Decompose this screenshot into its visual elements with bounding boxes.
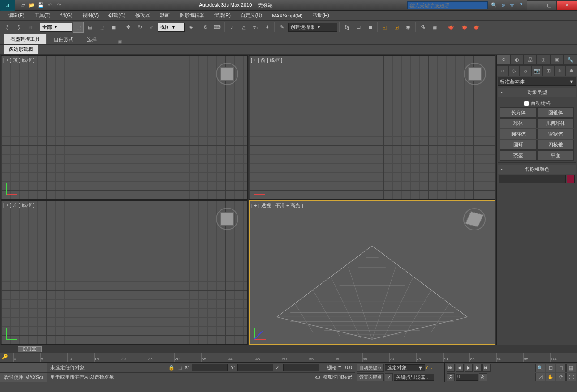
time-ruler[interactable]: 🔑 05101520253035404550556065707580859095…: [0, 353, 577, 362]
time-config-icon[interactable]: ⏱: [479, 373, 487, 381]
color-swatch[interactable]: [567, 175, 575, 183]
close-button[interactable]: ✕: [556, 0, 577, 10]
align-icon[interactable]: ⊟: [353, 22, 364, 33]
move-icon[interactable]: ✥: [123, 22, 133, 33]
selection-set-combo[interactable]: 创建选择集▼: [288, 23, 337, 32]
viewcube-front[interactable]: [464, 63, 486, 85]
obj-geosphere[interactable]: 几何球体: [537, 118, 574, 128]
rollout-header[interactable]: 名称和颜色: [498, 165, 576, 174]
menu-edit[interactable]: 编辑(E): [4, 11, 29, 20]
new-icon[interactable]: ▱: [19, 1, 27, 9]
layers-icon[interactable]: ≣: [365, 22, 375, 33]
render-frame-icon[interactable]: ▦: [429, 22, 440, 33]
rollout-header[interactable]: 对象类型: [498, 88, 576, 97]
systems-icon[interactable]: ✱: [565, 65, 577, 76]
select-icon[interactable]: ⬚: [73, 22, 84, 33]
render-last-icon[interactable]: 🫖: [471, 22, 482, 33]
viewport-label[interactable]: [ + ] 透视 ] 平滑 + 高光 ]: [251, 202, 303, 209]
viewport-perspective[interactable]: [ + ] 透视 ] 平滑 + 高光 ]: [249, 200, 495, 345]
cameras-icon[interactable]: 📷: [531, 65, 543, 76]
viewport-label[interactable]: [ + ] 左 ] 线框 ]: [3, 202, 34, 209]
setkey-key-icon[interactable]: ✓: [385, 373, 393, 381]
viewcube-left[interactable]: [216, 208, 238, 230]
zoom-ext-icon[interactable]: ◻: [556, 364, 566, 372]
ribbon-toggle-icon[interactable]: ▣: [117, 38, 122, 44]
help-search-input[interactable]: [407, 1, 488, 9]
next-frame-icon[interactable]: ▶: [474, 364, 482, 372]
menu-tools[interactable]: 工具(T): [30, 11, 55, 20]
open-icon[interactable]: 📂: [28, 1, 36, 9]
app-icon[interactable]: 3: [0, 0, 15, 11]
orbit-icon[interactable]: ⟳: [556, 373, 566, 381]
snap-icon[interactable]: 3: [227, 22, 237, 33]
obj-teapot[interactable]: 茶壶: [500, 150, 537, 161]
viewport-top[interactable]: [ + ] 顶 ] 线框 ]: [1, 55, 248, 200]
modify-tab-icon[interactable]: ◐: [510, 55, 524, 65]
select-region-icon[interactable]: ⬚: [96, 22, 107, 33]
helpers-icon[interactable]: ⊞: [543, 65, 554, 76]
iso-icon[interactable]: ⬚: [177, 365, 182, 371]
angle-snap-icon[interactable]: △: [238, 22, 249, 33]
comm-icon[interactable]: ⎋: [499, 2, 507, 8]
lights-icon[interactable]: ☼: [520, 65, 531, 76]
time-slider-handle[interactable]: 0 / 100: [18, 346, 42, 352]
obj-tube[interactable]: 管状体: [537, 129, 574, 139]
z-input[interactable]: [283, 364, 319, 371]
lock-icon[interactable]: 🔒: [168, 365, 175, 371]
obj-cylinder[interactable]: 圆柱体: [500, 129, 537, 139]
create-tab-icon[interactable]: ✲: [497, 55, 510, 65]
pan-icon[interactable]: ✋: [546, 373, 555, 381]
bind-icon[interactable]: ≋: [25, 22, 36, 33]
play-icon[interactable]: ▶: [465, 364, 473, 372]
unlink-icon[interactable]: ⟆: [13, 22, 24, 33]
fov-icon[interactable]: ◿: [535, 373, 545, 381]
help-icon[interactable]: ?: [517, 2, 525, 8]
selection-filter-combo[interactable]: 全部▼: [40, 23, 72, 32]
star-icon[interactable]: ☆: [508, 2, 516, 8]
welcome-button[interactable]: 欢迎使用 MAXScr: [0, 373, 47, 383]
menu-view[interactable]: 视图(V): [78, 11, 103, 20]
x-input[interactable]: [192, 364, 228, 371]
prev-frame-icon[interactable]: ◀: [456, 364, 464, 372]
zoom-ext-all-icon[interactable]: ▦: [566, 364, 576, 372]
viewport-left[interactable]: [ + ] 左 ] 线框 ]: [1, 200, 248, 345]
obj-cone[interactable]: 圆锥体: [537, 107, 574, 118]
key-lock-icon[interactable]: 🗝: [426, 364, 432, 371]
y-input[interactable]: [237, 364, 273, 371]
obj-sphere[interactable]: 球体: [500, 118, 537, 128]
frame-input[interactable]: 0: [456, 374, 478, 381]
zoom-all-icon[interactable]: ⊞: [546, 364, 555, 372]
menu-help[interactable]: 帮助(H): [308, 11, 334, 20]
link-icon[interactable]: ⟅: [2, 22, 13, 33]
maximize-vp-icon[interactable]: ⛶: [566, 373, 576, 381]
spacewarps-icon[interactable]: ≋: [554, 65, 566, 76]
viewport-label[interactable]: [ + ] 顶 ] 线框 ]: [3, 57, 34, 64]
mirror-icon[interactable]: ⧎: [341, 22, 352, 33]
utilities-tab-icon[interactable]: 🔧: [564, 55, 577, 65]
maximize-button[interactable]: ▢: [542, 0, 557, 10]
tab-selection[interactable]: 选择: [81, 35, 103, 44]
object-name-input[interactable]: [499, 175, 566, 183]
render-prod-icon[interactable]: 🫖: [444, 22, 458, 33]
obj-pyramid[interactable]: 四棱锥: [537, 140, 574, 150]
autogrid-checkbox[interactable]: [524, 101, 529, 106]
save-icon[interactable]: 💾: [37, 1, 45, 9]
add-marker-label[interactable]: 添加时间标记: [323, 374, 352, 380]
viewcube-top[interactable]: [216, 63, 238, 85]
obj-torus[interactable]: 圆环: [500, 140, 537, 150]
menu-create[interactable]: 创建(C): [104, 11, 129, 20]
mini-listener[interactable]: [0, 363, 47, 373]
binoculars-icon[interactable]: 🔍: [491, 2, 498, 8]
menu-customize[interactable]: 自定义(U): [236, 11, 267, 20]
key-step-icon[interactable]: ⦿: [447, 373, 455, 381]
setkey-button[interactable]: 设置关键点: [357, 373, 384, 381]
redo-icon[interactable]: ↷: [55, 1, 63, 9]
edit-selset-icon[interactable]: ✎: [276, 22, 287, 33]
pivot-icon[interactable]: ◈: [185, 22, 196, 33]
viewport-front[interactable]: [ + ] 前 ] 线框 ]: [249, 55, 495, 200]
menu-maxscript[interactable]: MAXScript(M): [267, 12, 307, 19]
display-tab-icon[interactable]: ▣: [550, 55, 564, 65]
manipulate-icon[interactable]: ⚙: [200, 22, 211, 33]
scale-icon[interactable]: ⤢: [146, 22, 157, 33]
goto-end-icon[interactable]: ⏭: [482, 364, 491, 372]
